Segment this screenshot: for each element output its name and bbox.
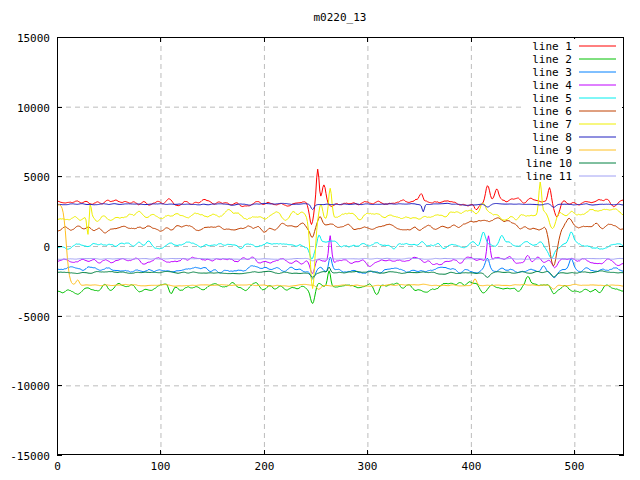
x-tick-label: 500 — [565, 460, 585, 473]
y-tick-label: 5000 — [24, 171, 51, 184]
x-tick-label: 300 — [358, 460, 378, 473]
legend: line 1line 2line 3line 4line 5line 6line… — [524, 39, 622, 183]
legend-label: line 11 — [526, 170, 572, 183]
y-tick-label: 15000 — [17, 32, 50, 45]
data-series — [57, 169, 624, 303]
y-tick-label: 10000 — [17, 102, 50, 115]
y-tick-label: -5000 — [17, 311, 50, 324]
legend-label: line 6 — [532, 105, 572, 118]
series-line-10 — [57, 267, 624, 277]
series-line-5 — [57, 232, 624, 259]
y-tick-label: -10000 — [10, 380, 50, 393]
legend-label: line 2 — [532, 53, 572, 66]
legend-label: line 5 — [532, 92, 572, 105]
y-tick-label: -15000 — [10, 450, 50, 463]
plot-image: 0100200300400500-15000-10000-50000500010… — [0, 0, 640, 480]
legend-label: line 3 — [532, 66, 572, 79]
series-line-8 — [57, 203, 624, 212]
legend-label: line 4 — [532, 79, 572, 92]
x-tick-label: 400 — [462, 460, 482, 473]
legend-label: line 8 — [532, 131, 572, 144]
chart-svg: 0100200300400500-15000-10000-50000500010… — [0, 0, 640, 480]
x-tick-label: 100 — [151, 460, 171, 473]
series-line-4 — [57, 236, 624, 274]
series-line-9 — [57, 205, 624, 290]
legend-label: line 10 — [526, 157, 572, 170]
x-tick-label: 200 — [255, 460, 275, 473]
legend-label: line 7 — [532, 118, 572, 131]
legend-label: line 1 — [532, 40, 572, 53]
legend-label: line 9 — [532, 144, 572, 157]
chart-title: m0220_13 — [314, 11, 367, 24]
series-line-2 — [57, 271, 624, 304]
y-tick-label: 0 — [43, 241, 50, 254]
x-tick-label: 0 — [54, 460, 61, 473]
